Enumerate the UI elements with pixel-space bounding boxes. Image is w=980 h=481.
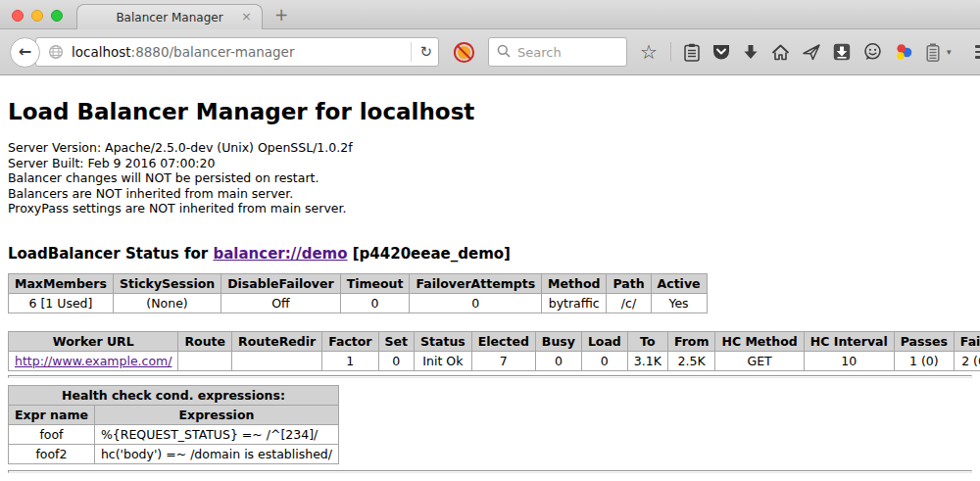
column-header: Busy — [535, 331, 581, 351]
column-header: FailoverAttempts — [410, 273, 542, 293]
block-icon[interactable] — [453, 41, 475, 64]
search-input[interactable] — [517, 45, 615, 60]
worker-header-row: Worker URL Route RouteRedir Factor Set S… — [9, 331, 980, 351]
back-icon: ← — [19, 44, 31, 60]
balancer-table: MaxMembers StickySession DisableFailover… — [8, 273, 708, 313]
chat-smiley-icon[interactable] — [863, 43, 882, 61]
balancer-header-row: MaxMembers StickySession DisableFailover… — [9, 273, 708, 293]
column-header: HC Interval — [804, 331, 894, 351]
url-host: localhost — [72, 44, 131, 60]
health-data-row: foof %{REQUEST_STATUS} =~ /^[234]/ — [9, 424, 339, 444]
column-header: Load — [581, 331, 627, 351]
column-header: Path — [607, 273, 651, 293]
column-header: Status — [415, 331, 472, 351]
column-header: Active — [651, 273, 707, 293]
cell-from: 2.5K — [667, 351, 715, 370]
health-check-table: Health check cond. expressions: Expr nam… — [8, 385, 339, 464]
toolbar-icons: ☆ ▾ — [640, 42, 963, 62]
tab-title: Balancer Manager — [116, 11, 222, 24]
column-header: Elected — [471, 331, 535, 351]
worker-table: Worker URL Route RouteRedir Factor Set S… — [8, 331, 980, 371]
download-icon[interactable] — [743, 44, 759, 60]
cell-route — [178, 351, 232, 370]
server-built-line: Server Built: Feb 9 2016 07:00:20 — [8, 156, 972, 171]
url-path: :8880/balancer-manager — [131, 44, 295, 60]
cell-status: Init Ok — [415, 351, 472, 370]
page-bottom-divider — [8, 470, 972, 473]
cell-failoverattempts: 0 — [410, 293, 542, 313]
column-header: Expression — [94, 405, 338, 424]
worker-data-row: http://www.example.com/ 1 0 Init Ok 7 0 … — [9, 351, 980, 370]
cell-expression: hc('body') =~ /domain is established/ — [94, 444, 338, 463]
health-caption-row: Health check cond. expressions: — [9, 385, 339, 405]
window-minimize-button[interactable] — [31, 10, 43, 22]
send-plane-icon[interactable] — [803, 44, 820, 61]
proxypass-note-line: ProxyPass settings are NOT inherited fro… — [8, 201, 972, 216]
new-tab-button[interactable]: + — [274, 5, 288, 24]
cell-hc-method: GET — [715, 351, 804, 370]
cell-load: 0 — [581, 351, 627, 370]
cell-expr-name: foof — [9, 424, 95, 444]
cell-hc-interval: 10 — [804, 351, 894, 370]
cell-expr-name: foof2 — [9, 444, 95, 463]
cell-passes: 1 (0) — [894, 351, 954, 370]
cell-busy: 0 — [535, 351, 581, 370]
health-data-row: foof2 hc('body') =~ /domain is establish… — [9, 444, 339, 463]
cell-active: Yes — [651, 293, 707, 313]
inherit-note-line: Balancers are NOT inherited from main se… — [8, 186, 972, 202]
health-header-row: Expr name Expression — [9, 405, 339, 424]
cell-routeredir — [232, 351, 322, 370]
pocket-icon[interactable] — [712, 44, 730, 61]
server-info: Server Version: Apache/2.5.0-dev (Unix) … — [8, 140, 972, 216]
window-zoom-button[interactable] — [51, 10, 63, 22]
worker-url-link[interactable]: http://www.example.com/ — [15, 354, 172, 368]
window-close-button[interactable] — [12, 10, 24, 22]
window-titlebar: Balancer Manager × + — [0, 0, 980, 29]
cell-path: /c/ — [607, 293, 651, 313]
close-tab-icon[interactable]: × — [241, 9, 252, 24]
browser-toolbar: ← localhost:8880/balancer-manager ↻ ☆ — [0, 29, 980, 75]
menu-icon[interactable] — [975, 45, 980, 59]
clipboard-icon[interactable] — [684, 43, 700, 62]
cell-worker-url: http://www.example.com/ — [9, 351, 178, 370]
page-content: Load Balancer Manager for localhost Serv… — [0, 75, 980, 480]
url-bar[interactable]: localhost:8880/balancer-manager ↻ — [35, 37, 439, 67]
url-text: localhost:8880/balancer-manager — [72, 44, 403, 60]
cell-to: 3.1K — [627, 351, 667, 370]
balancer-heading: LoadBalancer Status for balancer://demo … — [8, 245, 972, 263]
column-header: StickySession — [113, 273, 220, 293]
cell-timeout: 0 — [340, 293, 410, 313]
cell-set: 0 — [378, 351, 414, 370]
column-header: Set — [378, 331, 414, 351]
cell-disablefailover: Off — [221, 293, 340, 313]
persist-note-line: Balancer changes will NOT be persisted o… — [8, 170, 972, 186]
browser-tab[interactable]: Balancer Manager × — [76, 4, 263, 29]
search-bar[interactable] — [488, 37, 627, 67]
cell-maxmembers: 6 [1 Used] — [9, 293, 114, 313]
column-header: Expr name — [9, 405, 95, 424]
column-header: MaxMembers — [9, 273, 114, 293]
column-header: DisableFailover — [221, 273, 340, 293]
balancer-link[interactable]: balancer://demo — [213, 245, 347, 263]
battery-icon[interactable] — [926, 43, 940, 62]
reload-icon[interactable]: ↻ — [419, 43, 432, 61]
column-header: Factor — [322, 331, 378, 351]
column-header: Worker URL — [9, 331, 178, 351]
heading-prefix: LoadBalancer Status for — [8, 245, 213, 263]
column-header: Route — [178, 331, 232, 351]
url-divider — [411, 42, 412, 62]
balancer-data-row: 6 [1 Used] (None) Off 0 0 bytraffic /c/ … — [9, 293, 708, 313]
column-header: Method — [542, 273, 607, 293]
column-header: To — [627, 331, 667, 351]
cell-fails: 2 (0) — [954, 351, 980, 370]
column-header: Passes — [894, 331, 954, 351]
heading-suffix: [p4420eeae_demo] — [348, 245, 511, 263]
bookmark-star-icon[interactable]: ☆ — [640, 42, 658, 62]
color-dots-icon[interactable] — [895, 43, 913, 61]
back-button[interactable]: ← — [10, 37, 40, 68]
column-header: Timeout — [340, 273, 410, 293]
chevron-down-icon[interactable]: ▾ — [947, 47, 952, 57]
cell-method: bytraffic — [542, 293, 607, 313]
home-icon[interactable] — [771, 44, 790, 61]
download-panel-icon[interactable] — [833, 43, 851, 61]
